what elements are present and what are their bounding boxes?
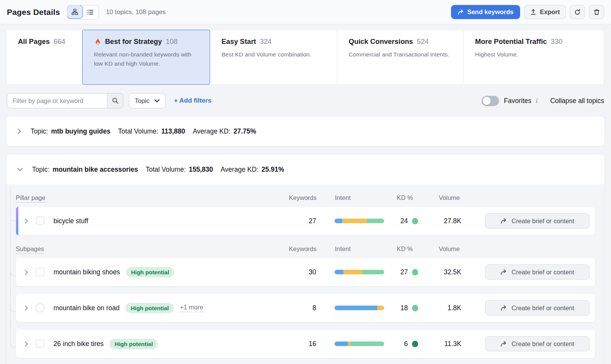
page-name: mountain biking shoes — [53, 268, 120, 276]
tab-more-potential-traffic[interactable]: More Potential Traffic 330 Highest Volum… — [463, 30, 604, 85]
keywords-count: 27 — [309, 217, 316, 225]
column-keywords: Keywords — [289, 194, 317, 201]
create-brief-button[interactable]: Create brief or content — [485, 300, 590, 316]
topic-card-mountain-bike-accessories: Topic: mountain bike accessories Total V… — [6, 154, 605, 364]
filter-row-right: Favorites i Collapse all topics — [482, 96, 604, 106]
intent-bar — [335, 270, 384, 274]
keywords-count: 16 — [309, 340, 316, 348]
chevron-down-icon — [154, 99, 160, 103]
page-name: bicycle stuff — [53, 217, 88, 225]
topic-total-volume: 155,830 — [189, 166, 213, 174]
subpages-columns-header: Subpages Keywords Intent KD % Volume — [16, 235, 595, 258]
expand-row-icon[interactable] — [24, 218, 28, 224]
favorites-toggle[interactable] — [482, 96, 499, 106]
export-button[interactable]: Export — [524, 5, 566, 19]
trash-icon — [593, 9, 600, 16]
volume-value: 32.5K — [444, 268, 480, 276]
pillar-row-bicycle-stuff: bicycle stuff 27 24 27.8K Create brief o… — [16, 206, 595, 235]
tree-connector-line — [10, 187, 11, 338]
create-brief-button[interactable]: Create brief or content — [485, 336, 590, 351]
page-name: 26 inch bike tires — [53, 340, 103, 348]
search-button[interactable] — [107, 93, 123, 108]
pillar-page-label: Pillar page — [16, 194, 45, 201]
info-icon[interactable]: i — [535, 97, 537, 105]
topic-header[interactable]: Topic: mtb buying guides Total Volume: 1… — [6, 116, 605, 146]
sitemap-icon — [71, 8, 78, 15]
tab-quick-conversions[interactable]: Quick Conversions 524 Commercial and Tra… — [337, 30, 464, 85]
column-intent: Intent — [317, 194, 385, 201]
search-icon — [112, 97, 119, 104]
add-filters-link[interactable]: + Add filters — [174, 97, 212, 105]
search-field-group — [7, 93, 123, 108]
topic-filter-dropdown[interactable]: Topic — [129, 93, 166, 108]
row-checkbox[interactable] — [36, 304, 44, 312]
kd-dot — [412, 341, 418, 347]
topic-total-volume: 113,880 — [161, 127, 185, 135]
tree-view-button[interactable] — [67, 5, 83, 19]
column-kd: KD % — [385, 194, 431, 201]
topic-average-kd: 27.75% — [234, 127, 256, 135]
expand-row-icon[interactable] — [24, 269, 28, 275]
refresh-button[interactable] — [570, 5, 585, 19]
pillar-accent-bar — [16, 207, 18, 235]
collapse-all-topics-link[interactable]: Collapse all topics — [550, 97, 604, 105]
expand-row-icon[interactable] — [24, 305, 28, 311]
more-badges-link[interactable]: +1 more — [180, 304, 203, 312]
tab-easy-start[interactable]: Easy Start 324 Best KD and Volume combin… — [210, 30, 337, 85]
volume-value: 11.3K — [445, 340, 480, 348]
send-keywords-button[interactable]: Send keywords — [451, 5, 520, 19]
page-name: mountain bike on road — [53, 304, 120, 312]
flame-icon — [94, 38, 101, 46]
chevron-right-icon — [17, 128, 21, 134]
refresh-icon — [574, 9, 581, 16]
send-arrow-icon — [500, 218, 507, 224]
topic-average-kd: 25.91% — [262, 166, 284, 174]
subpage-row-mountain-bike-on-road: mountain bike on road High potential +1 … — [16, 293, 595, 322]
create-brief-button[interactable]: Create brief or content — [485, 264, 590, 280]
high-potential-badge: High potential — [126, 303, 174, 313]
export-icon — [530, 9, 537, 15]
column-volume: Volume — [431, 245, 481, 253]
row-checkbox[interactable] — [36, 217, 44, 225]
volume-value: 27.8K — [444, 217, 480, 225]
send-arrow-icon — [500, 305, 507, 311]
chevron-down-icon — [17, 168, 23, 172]
subpages-label: Subpages — [16, 245, 44, 253]
tab-description: Highest Volume. — [475, 50, 583, 59]
topic-card-mtb-buying-guides: Topic: mtb buying guides Total Volume: 1… — [6, 116, 605, 147]
row-checkbox[interactable] — [36, 340, 44, 348]
delete-button[interactable] — [589, 5, 604, 19]
tree-connector-elbow — [10, 266, 16, 276]
topic-header[interactable]: Topic: mountain bike accessories Total V… — [6, 155, 605, 184]
expand-row-icon[interactable] — [24, 341, 28, 347]
tab-all-pages[interactable]: All Pages 664 — [6, 30, 82, 85]
kd-value: 6 — [385, 340, 408, 348]
tab-best-for-strategy[interactable]: Best for Strategy 108 Relevant non-brand… — [82, 30, 210, 85]
search-input[interactable] — [7, 93, 107, 108]
kd-dot — [412, 305, 418, 311]
tab-description: Relevant non-branded keywords with low K… — [94, 50, 201, 68]
column-intent: Intent — [317, 245, 385, 253]
create-brief-button[interactable]: Create brief or content — [485, 213, 590, 229]
list-view-button[interactable] — [82, 5, 99, 19]
topics-pages-summary: 10 topics, 108 pages — [106, 8, 166, 16]
strategy-tabs: All Pages 664 Best for Strategy 108 Rele… — [6, 30, 605, 85]
column-volume: Volume — [431, 194, 481, 201]
topic-name: mountain bike accessories — [53, 166, 138, 174]
send-arrow-icon — [500, 341, 507, 347]
list-icon — [87, 9, 94, 16]
tree-connector-elbow — [10, 338, 16, 348]
kd-value: 24 — [385, 217, 408, 225]
kd-value: 18 — [385, 304, 408, 312]
topic-name: mtb buying guides — [51, 127, 111, 135]
subpage-row-mountain-biking-shoes: mountain biking shoes High potential 30 … — [16, 258, 595, 287]
kd-dot — [412, 218, 418, 224]
page-title: Pages Details — [7, 8, 60, 17]
column-kd: KD % — [385, 245, 431, 253]
tab-description: Commercial and Transactional intents. — [349, 50, 455, 59]
tab-description: Best KD and Volume combination. — [221, 50, 328, 59]
intent-bar — [335, 341, 384, 346]
view-toggle — [67, 5, 99, 19]
row-checkbox[interactable] — [36, 268, 44, 276]
high-potential-badge: High potential — [126, 267, 174, 277]
